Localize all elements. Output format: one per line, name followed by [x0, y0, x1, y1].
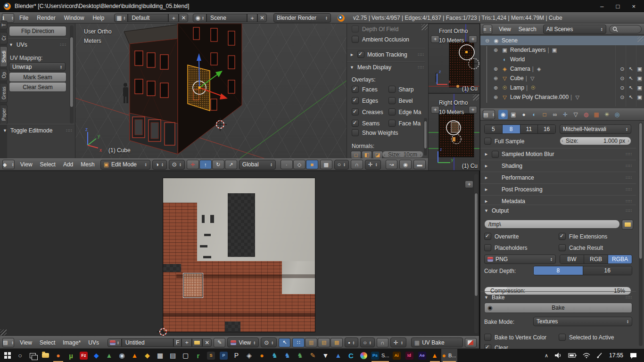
output-option-toggle[interactable]: Overwrite [484, 233, 559, 240]
taskbar-app[interactable]: ◆ [141, 349, 154, 362]
network-wifi-icon[interactable] [583, 353, 590, 358]
close-button[interactable]: × [632, 3, 636, 10]
properties-tab[interactable]: ∞ [550, 110, 560, 119]
front-ortho-viewport[interactable]: zx ＋ ＋ Front Ortho 10 Meters (1) Cu [428, 24, 480, 93]
properties-tab[interactable]: ◍ [581, 110, 591, 119]
tool-shelf-tab[interactable]: Cr [0, 32, 8, 44]
properties-tab[interactable]: ✛ [561, 110, 570, 119]
editor-type-icon[interactable]: ◆▲▼ [2, 160, 15, 169]
properties-tab[interactable]: □ [540, 110, 549, 119]
tool-shelf-tab[interactable]: Greas [0, 83, 8, 103]
pin-icon[interactable]: ✎ [214, 338, 225, 347]
aa-size-slider[interactable]: ‹Size:1.000 px› [560, 137, 631, 145]
opengl-render-anim-button[interactable]: ▬ [413, 160, 426, 169]
mark-seam-button[interactable]: Mark Seam [9, 72, 66, 82]
uv-island-select-button[interactable]: ▩ [330, 338, 343, 347]
unlink-image-button[interactable]: ✕ [202, 338, 212, 347]
outliner-row[interactable]: ⊖ Scene ⊙ ↖ ▣ [480, 36, 644, 45]
collapsed-panel-header[interactable]: ► Sampled Motion Blur∷∷ [480, 148, 636, 160]
collapsed-panel-header[interactable]: ► Shading∷∷ [480, 160, 636, 172]
uv-editor-scrollbar[interactable] [474, 174, 478, 333]
taskbar-app[interactable]: ♞ [281, 349, 294, 362]
output-option-toggle[interactable]: File Extensions [559, 233, 633, 240]
resize-corner-icon[interactable] [0, 329, 7, 336]
taskbar-app[interactable]: ✎ [306, 349, 319, 362]
minimize-button[interactable]: – [600, 3, 603, 10]
taskbar-app[interactable]: ● [52, 349, 65, 362]
bake-button[interactable]: ◉ Bake [484, 303, 632, 313]
taskbar-app[interactable]: ▲ [429, 349, 441, 362]
panel-grip-icon[interactable]: ∷∷ [626, 199, 632, 204]
uv-image-editor[interactable]: ＋ [0, 171, 479, 336]
file-format-select[interactable]: PNG▲▼ [484, 255, 556, 264]
browse-folder-button[interactable] [622, 220, 633, 230]
delete-layout-button[interactable]: ✕ [179, 14, 188, 22]
taskbar-app[interactable]: ● [256, 349, 268, 362]
hide-eye-icon[interactable]: ⊙ [620, 66, 624, 72]
overlay-toggle[interactable]: Creases [352, 108, 388, 115]
overlay-toggle[interactable]: Face Ma [388, 120, 425, 127]
show-weights-toggle[interactable]: Show Weights [352, 129, 398, 136]
render-restrict-icon[interactable]: ▣ [637, 85, 642, 91]
transform-orientation-select[interactable]: Global▲▼ [239, 160, 276, 170]
properties-tab[interactable]: ◐ [529, 110, 539, 119]
bake-option-toggle[interactable]: Bake to Vertex Color [484, 334, 559, 341]
taskbar-app[interactable]: Id [403, 349, 416, 362]
snap-element-select[interactable]: ✛▲▼ [390, 337, 406, 347]
outliner-row[interactable]: ⊕ Low Poly Characte.000 | ⊙ ↖ ▣ [480, 92, 644, 102]
search-input[interactable] [609, 25, 642, 33]
properties-tab[interactable]: ▦ [592, 110, 601, 119]
uv-map-select[interactable]: ▦ UV Bake [411, 337, 463, 347]
properties-tab[interactable]: ◉ [498, 110, 508, 119]
uv-face-select-button[interactable]: ▧ [318, 338, 330, 347]
vertex-normals-button[interactable]: □ [351, 151, 361, 158]
panel-grip-icon[interactable]: ∷∷ [626, 164, 632, 168]
outliner-menu-item[interactable]: View [495, 26, 515, 33]
menu-item[interactable]: Render [33, 15, 59, 21]
new-image-button[interactable]: ＋ [182, 338, 192, 347]
taskbar-app[interactable]: ▲ [103, 349, 116, 362]
selectable-cursor-icon[interactable]: ↖ [628, 66, 633, 72]
properties-tab[interactable]: ▽ [571, 110, 580, 119]
hide-eye-icon[interactable]: ⊙ [620, 85, 624, 91]
resize-corner-icon[interactable] [421, 24, 428, 30]
screen-layout-selector[interactable]: ▦▲▼ Default ＋ ✕ [114, 14, 188, 22]
bake-clear-toggle[interactable]: Clear [484, 344, 508, 349]
selectable-cursor-icon[interactable]: ↖ [628, 94, 633, 100]
flip-direction-button[interactable]: Flip Direction [9, 26, 66, 36]
selected-uv-face[interactable] [183, 273, 203, 298]
texture-image[interactable] [163, 178, 315, 332]
npanel-scrollbar[interactable] [424, 118, 427, 156]
uv-2d-cursor[interactable] [157, 326, 169, 336]
delete-scene-button[interactable]: ✕ [257, 14, 267, 22]
uv-vertex-select-button[interactable]: ∷ [292, 338, 305, 347]
taskbar-app[interactable]: S [205, 349, 217, 362]
collapsed-panel-header[interactable]: ► Performance∷∷ [480, 172, 636, 183]
bake-option-toggle[interactable]: Selected to Active [559, 334, 633, 341]
loose-normals-button[interactable]: ◧ [362, 151, 372, 158]
volume-icon[interactable] [554, 352, 562, 359]
3d-viewport[interactable]: zyx User Ortho Meters (1) Cube [75, 24, 347, 158]
add-layout-button[interactable]: ＋ [168, 14, 179, 22]
expand-icon[interactable]: ⊕ [494, 47, 499, 53]
viewport-menu-item[interactable]: View [17, 161, 36, 168]
hide-eye-icon[interactable]: ⊙ [620, 94, 624, 100]
tool-shelf-scrollbar[interactable] [70, 25, 74, 123]
display-filter-select[interactable]: All Scenes▲▼ [543, 25, 606, 34]
scale-manipulator-button[interactable]: ↗ [225, 160, 237, 169]
overlay-toggle[interactable]: Bevel [388, 97, 425, 104]
taskbar-app[interactable]: r [192, 349, 205, 362]
color-depth-button[interactable]: 8 [534, 266, 583, 275]
display-channels-icon[interactable] [465, 338, 477, 347]
manipulator-axis-icon[interactable]: ✛ [187, 160, 199, 169]
color-depth-button[interactable]: 16 [583, 266, 632, 275]
render-restrict-icon[interactable]: ▣ [637, 66, 642, 72]
output-option-toggle[interactable]: Placeholders [484, 244, 559, 251]
pen-icon[interactable] [596, 352, 603, 359]
output-panel-header[interactable]: ▼ Output∷∷ [480, 205, 636, 216]
taskbar-app[interactable]: ▢ [179, 349, 192, 362]
outliner-row[interactable]: ⊕ Camera | ⊙ ↖ ▣ [480, 64, 644, 74]
expand-icon[interactable]: ⊕ [494, 66, 499, 72]
motion-tracking-checkbox[interactable] [357, 51, 364, 58]
collapsed-panel-header[interactable]: ► Post Processing∷∷ [480, 183, 636, 195]
